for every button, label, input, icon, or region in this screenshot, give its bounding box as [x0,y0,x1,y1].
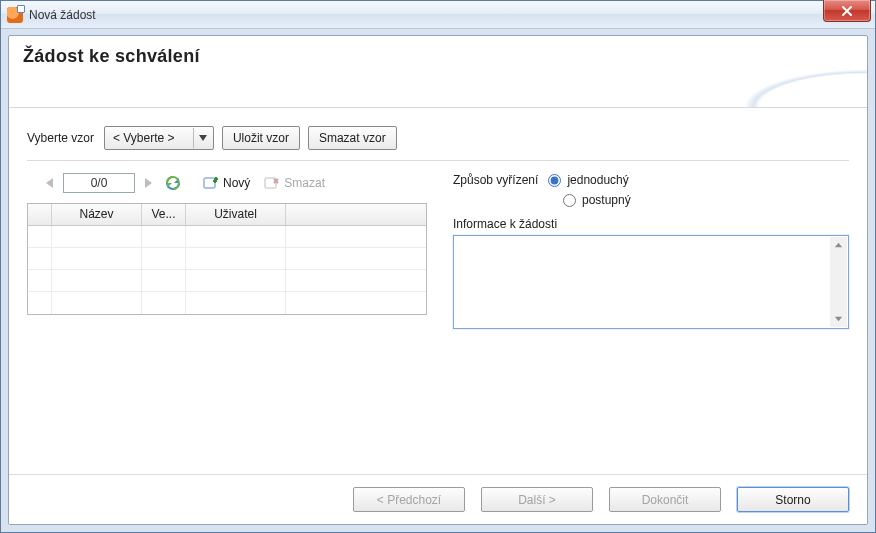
table-row[interactable] [28,270,426,292]
dialog-body: Žádost ke schválení Vyberte vzor < Vyber… [8,35,868,525]
template-select[interactable]: < Vyberte > [104,126,214,150]
radio-simple-label: jednoduchý [567,173,628,187]
close-button[interactable] [823,0,871,22]
scrollbar[interactable] [830,237,847,327]
previous-button[interactable]: < Předchozí [353,487,465,512]
table-row[interactable] [28,292,426,314]
app-icon [7,7,23,23]
close-icon [841,5,853,17]
delete-icon [264,175,280,191]
previous-label: < Předchozí [377,493,441,507]
cancel-label: Storno [775,493,810,507]
divider [27,160,849,161]
nav-first-button[interactable] [39,174,57,192]
template-select-value: < Vyberte > [113,131,175,145]
nav-page-indicator[interactable]: 0/0 [63,173,135,193]
grid-header-user[interactable]: Uživatel [186,204,286,225]
plus-icon [203,175,219,191]
cancel-button[interactable]: Storno [737,487,849,512]
grid: Název Ve... Uživatel [27,203,427,315]
table-row[interactable] [28,226,426,248]
delete-row-label: Smazat [284,176,325,190]
nav-last-button[interactable] [141,174,159,192]
scroll-up-button[interactable] [830,237,847,254]
grid-header: Název Ve... Uživatel [28,204,426,226]
radio-sequential[interactable]: postupný [563,193,849,207]
info-label: Informace k žádosti [453,217,849,231]
page-title: Žádost ke schválení [23,46,853,67]
window-title: Nová žádost [29,8,96,22]
grid-header-version[interactable]: Ve... [142,204,186,225]
info-textarea[interactable] [453,235,849,329]
delete-template-label: Smazat vzor [319,131,386,145]
right-column: Způsob vyřízení jednoduchý postupný Info… [453,173,849,329]
columns: 0/0 [27,173,849,329]
save-template-label: Uložit vzor [233,131,289,145]
delete-row-button[interactable]: Smazat [260,173,329,193]
scroll-down-button[interactable] [830,310,847,327]
processing-mode-row: Způsob vyřízení jednoduchý [453,173,849,187]
next-label: Další > [518,493,556,507]
radio-simple-input[interactable] [548,174,561,187]
next-button[interactable]: Další > [481,487,593,512]
titlebar: Nová žádost [1,1,875,29]
template-label: Vyberte vzor [27,131,94,145]
refresh-button[interactable] [165,175,181,191]
grid-header-name[interactable]: Název [52,204,142,225]
finish-label: Dokončit [642,493,689,507]
chevron-down-icon [193,128,209,148]
grid-header-selector[interactable] [28,204,52,225]
new-row-label: Nový [223,176,250,190]
grid-body [28,226,426,314]
radio-sequential-label: postupný [582,193,631,207]
radio-sequential-input[interactable] [563,194,576,207]
window: Nová žádost Žádost ke schválení Vyberte … [0,0,876,533]
new-row-button[interactable]: Nový [199,173,254,193]
svg-rect-0 [204,178,215,188]
header-band: Žádost ke schválení [9,36,867,108]
radio-simple[interactable]: jednoduchý [548,173,628,187]
save-template-button[interactable]: Uložit vzor [222,126,300,150]
template-row: Vyberte vzor < Vyberte > Uložit vzor Sma… [27,126,849,150]
refresh-icon [165,175,181,191]
footer: < Předchozí Další > Dokončit Storno [9,474,867,524]
left-column: 0/0 [27,173,427,329]
grid-navigator: 0/0 [27,173,427,193]
processing-mode-label: Způsob vyřízení [453,173,538,187]
grid-header-extra[interactable] [286,204,426,225]
finish-button[interactable]: Dokončit [609,487,721,512]
table-row[interactable] [28,248,426,270]
content: Vyberte vzor < Vyberte > Uložit vzor Sma… [9,108,867,474]
delete-template-button[interactable]: Smazat vzor [308,126,397,150]
